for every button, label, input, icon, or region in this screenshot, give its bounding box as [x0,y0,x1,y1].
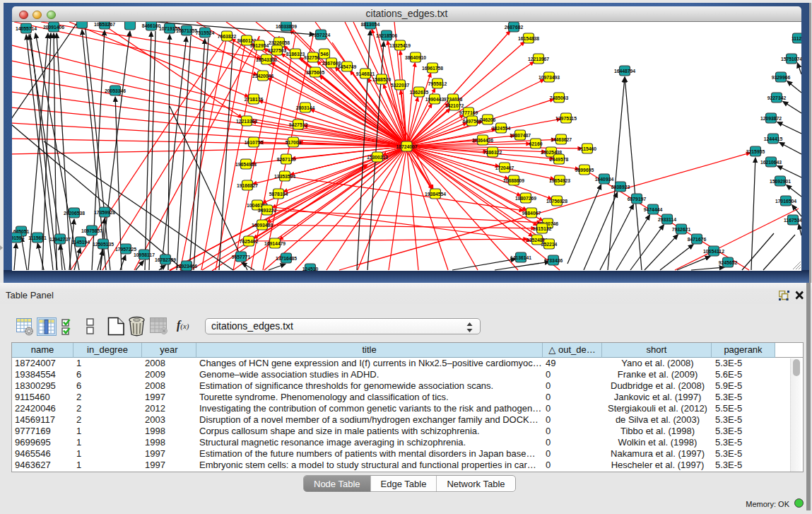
svg-text:10654112: 10654112 [703,249,724,254]
svg-text:1610755: 1610755 [245,140,264,145]
svg-text:16210643: 16210643 [760,160,782,165]
svg-text:13716485: 13716485 [276,256,297,261]
svg-text:16093483: 16093483 [252,223,273,228]
svg-text:1362635: 1362635 [410,90,429,95]
svg-text:7357224: 7357224 [312,33,331,37]
svg-text:7625402: 7625402 [240,239,259,244]
svg-text:12213363: 12213363 [236,119,257,124]
svg-text:9115460: 9115460 [578,146,596,151]
svg-text:7663822: 7663822 [218,34,237,39]
svg-text:7515524: 7515524 [196,30,215,35]
svg-text:1720407: 1720407 [495,165,514,170]
svg-text:3215955: 3215955 [746,149,765,154]
svg-text:1167534: 1167534 [784,218,801,223]
svg-text:2449578: 2449578 [550,157,569,162]
svg-text:9474444: 9474444 [644,207,663,212]
svg-text:15300213: 15300213 [367,155,388,160]
svg-text:16961758: 16961758 [422,66,443,71]
svg-text:20364436: 20364436 [472,138,493,143]
svg-text:1615132: 1615132 [533,226,552,231]
svg-text:3875605: 3875605 [306,70,325,75]
svg-text:17359928: 17359928 [94,210,115,215]
svg-text:2933114: 2933114 [658,217,676,222]
svg-text:11123: 11123 [792,36,801,41]
svg-text:391594: 391594 [12,235,25,240]
svg-text:8660123: 8660123 [237,38,257,43]
svg-text:9245652: 9245652 [719,260,738,265]
svg-text:12975115: 12975115 [555,116,577,121]
svg-text:10671355: 10671355 [176,28,197,33]
svg-text:8813054: 8813054 [361,22,380,27]
svg-text:10756928: 10756928 [546,199,567,204]
svg-text:2687682: 2687682 [505,25,524,30]
svg-text:1640934: 1640934 [595,177,614,182]
svg-text:12213967: 12213967 [528,57,549,62]
svg-text:16914479: 16914479 [264,241,286,246]
svg-text:9777169: 9777169 [459,110,478,115]
svg-text:7955812: 7955812 [428,81,447,86]
svg-text:19166827: 19166827 [237,183,258,188]
svg-text:9899695: 9899695 [575,168,594,173]
svg-text:10975857: 10975857 [81,228,102,233]
svg-text:6497568: 6497568 [463,119,482,124]
svg-text:20206538: 20206538 [64,211,85,216]
svg-text:16543382: 16543382 [256,57,277,62]
svg-text:8454749: 8454749 [338,64,357,69]
svg-text:14055714: 14055714 [16,26,37,31]
svg-text:1145194: 1145194 [71,240,90,245]
svg-text:20053346: 20053346 [105,88,126,93]
svg-text:9327503: 9327503 [268,48,287,53]
svg-text:19654923: 19654923 [549,178,570,183]
svg-text:9227342: 9227342 [767,95,787,100]
svg-text:746206: 746206 [480,117,496,122]
svg-text:18724007: 18724007 [396,144,417,149]
svg-text:38640910: 38640910 [405,55,426,60]
svg-text:8938923: 8938923 [611,185,630,189]
svg-text:7386322: 7386322 [483,150,502,155]
svg-text:3912954: 3912954 [250,43,269,48]
svg-text:10688609: 10688609 [503,178,524,183]
svg-text:12923466: 12923466 [176,264,197,269]
svg-text:10653267: 10653267 [94,22,115,27]
svg-text:10973493: 10973493 [539,75,560,80]
svg-text:12505135: 12505135 [93,242,114,247]
svg-text:3824554: 3824554 [492,126,511,131]
svg-text:8186323: 8186323 [286,52,305,57]
svg-text:15751074: 15751074 [781,57,801,62]
svg-text:7932621: 7932621 [672,227,691,232]
svg-text:1115681: 1115681 [28,235,47,240]
svg-text:2803144: 2803144 [296,105,315,110]
svg-text:16033809: 16033809 [276,24,297,29]
svg-text:5878334: 5878334 [269,192,288,197]
svg-text:546: 546 [320,52,329,57]
svg-text:10807487: 10807487 [510,133,531,138]
svg-text:17016504: 17016504 [775,199,796,204]
svg-text:12093872: 12093872 [760,116,782,121]
svg-text:16782759: 16782759 [155,257,176,262]
svg-text:1421072: 1421072 [445,103,464,108]
svg-text:12942737: 12942737 [49,237,71,242]
svg-text:19218506: 19218506 [376,33,397,38]
svg-text:13325419: 13325419 [389,43,411,48]
svg-text:517003: 517003 [286,140,302,145]
svg-text:7485063: 7485063 [550,95,569,100]
svg-text:3493222: 3493222 [258,208,277,213]
svg-text:10958117: 10958117 [134,252,155,257]
svg-text:14463627: 14463627 [551,137,572,142]
svg-text:1244415: 1244415 [764,136,783,141]
svg-text:1733436: 1733436 [544,258,563,263]
svg-text:23420046: 23420046 [252,74,273,78]
svg-text:9146821: 9146821 [356,71,375,76]
svg-text:23226058: 23226058 [269,40,290,45]
svg-text:6879197: 6879197 [628,197,647,201]
svg-text:9684067: 9684067 [522,211,541,216]
svg-text:5322037: 5322037 [391,83,410,88]
svg-text:8466160: 8466160 [142,23,161,28]
svg-text:1588520: 1588520 [372,77,392,82]
svg-text:2718176: 2718176 [245,97,264,102]
svg-text:15692901: 15692901 [770,179,791,184]
svg-text:19384554: 19384554 [425,192,446,197]
svg-text:252214: 252214 [541,242,558,247]
svg-text:62160: 62160 [529,141,543,146]
svg-text:16448794: 16448794 [614,69,635,74]
